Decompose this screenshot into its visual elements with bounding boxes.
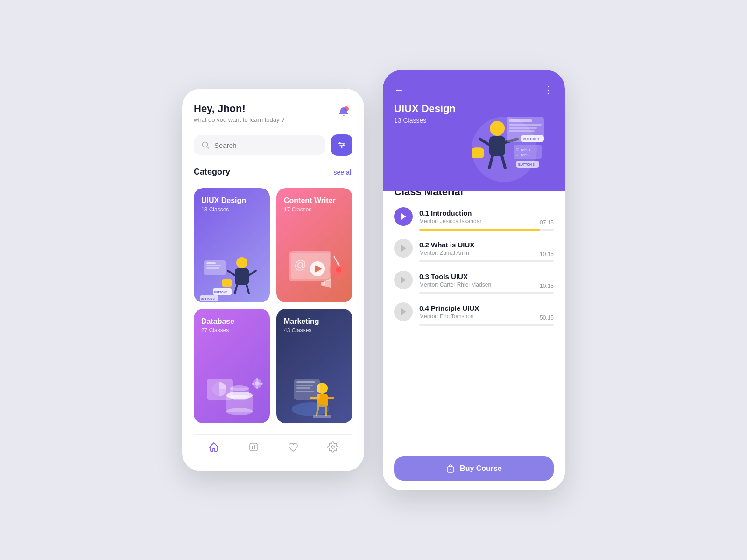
svg-rect-14 (222, 279, 232, 287)
svg-rect-77 (509, 119, 532, 122)
svg-text:☑ Item 2: ☑ Item 2 (516, 153, 531, 157)
svg-point-1 (203, 142, 208, 147)
lesson-mentor-uiux: Mentor: Zainal Arifin (419, 250, 533, 256)
category-title: Category (194, 167, 230, 177)
section-header: Category see all (194, 167, 352, 177)
hero-illustration: ☑ Item 1 ☑ Item 2 BUTTON 1 BUTTON 3 (453, 107, 556, 182)
play-button-tools[interactable] (394, 271, 413, 289)
lesson-item-tools[interactable]: 0.3 Tools UIUX Mentor: Carter Rhiel Mads… (394, 271, 554, 294)
svg-point-6 (343, 144, 345, 146)
svg-line-10 (228, 271, 235, 275)
notification-icon[interactable] (335, 103, 352, 120)
cat-title-content: Content Writer (284, 196, 345, 205)
phone2-nav: ← ⋮ (394, 84, 554, 95)
play-button-principle[interactable] (394, 302, 413, 321)
lesson-info-uiux: 0.2 What is UIUX Mentor: Zainal Arifin (419, 241, 533, 256)
svg-point-66 (331, 446, 334, 448)
lesson-info-tools: 0.3 Tools UIUX Mentor: Carter Rhiel Mads… (419, 273, 533, 288)
svg-rect-48 (252, 383, 254, 385)
svg-rect-78 (509, 124, 542, 126)
svg-rect-46 (256, 378, 258, 381)
category-card-database[interactable]: Database 27 Classes (194, 309, 270, 423)
svg-rect-59 (296, 387, 310, 389)
svg-point-61 (292, 402, 329, 416)
categories-grid: UIUX Design 13 Classes (194, 188, 352, 423)
phone-1: Hey, Jhon! what do you want to learn tod… (182, 89, 364, 471)
lesson-title-tools: 0.3 Tools UIUX (419, 273, 533, 280)
lesson-mentor-principle: Mentor: Eric Tomshon (419, 313, 533, 320)
play-button-intro[interactable] (394, 207, 413, 226)
category-card-marketing[interactable]: Marketing 43 Classes (276, 309, 352, 423)
nav-settings[interactable] (321, 439, 345, 455)
svg-line-11 (249, 271, 256, 275)
play-icon (400, 213, 407, 220)
svg-line-12 (235, 285, 237, 293)
back-button[interactable]: ← (394, 84, 403, 95)
progress-row-tools (394, 292, 554, 294)
svg-text:@: @ (294, 258, 306, 272)
play-icon (400, 245, 407, 252)
lesson-duration-uiux: 10.15 (540, 251, 554, 258)
database-illustration (202, 360, 270, 423)
svg-rect-65 (254, 445, 255, 449)
lesson-duration-tools: 10.15 (540, 283, 554, 289)
svg-rect-58 (296, 385, 313, 386)
svg-rect-63 (250, 443, 257, 451)
search-input[interactable] (214, 141, 318, 149)
nav-home[interactable] (202, 439, 226, 455)
svg-marker-88 (401, 213, 406, 220)
bottom-nav (194, 434, 352, 457)
svg-point-30 (336, 267, 341, 273)
greeting-name: Hey, Jhon! (194, 103, 284, 115)
lesson-item-principle[interactable]: 0.4 Principle UIUX Mentor: Eric Tomshon … (394, 302, 554, 326)
progress-bg-principle (419, 324, 554, 326)
see-all-link[interactable]: see all (334, 168, 352, 176)
filter-icon (337, 140, 346, 150)
cat-sub-database: 27 Classes (201, 327, 262, 334)
uiux-illustration: BUTTON 1 BUTTON 3 (200, 246, 270, 302)
shopping-bag-icon (446, 464, 455, 473)
lesson-item-intro[interactable]: 0.1 Introduction Mentor: Jesicca Iskanda… (394, 207, 554, 231)
svg-text:BUTTON 3: BUTTON 3 (518, 163, 535, 166)
svg-point-41 (230, 395, 249, 400)
lesson-duration-principle: 50.15 (540, 315, 554, 321)
buy-course-button[interactable]: Buy Course (394, 456, 554, 481)
svg-text:BUTTON 3: BUTTON 3 (201, 297, 215, 300)
play-icon (400, 308, 407, 315)
svg-rect-69 (489, 136, 505, 156)
svg-marker-90 (401, 277, 406, 283)
lesson-duration-intro: 07.15 (540, 219, 554, 226)
lesson-title-intro: 0.1 Introduction (419, 209, 533, 217)
more-button[interactable]: ⋮ (543, 84, 554, 95)
svg-marker-89 (401, 245, 406, 252)
heart-icon (288, 441, 299, 453)
filter-button[interactable] (331, 134, 352, 156)
lesson-list: 0.1 Introduction Mentor: Jesicca Iskanda… (394, 207, 554, 448)
lesson-title-principle: 0.4 Principle UIUX (419, 304, 533, 312)
svg-point-45 (255, 381, 260, 386)
play-icon (400, 276, 407, 284)
greeting-sub: what do you want to learn today ? (194, 116, 284, 123)
home-icon (208, 441, 219, 453)
phone-2: ← ⋮ UIUX Design 13 Classes (383, 70, 565, 490)
category-card-uiux[interactable]: UIUX Design 13 Classes (194, 188, 270, 302)
cat-title-marketing: Marketing (284, 317, 345, 326)
play-button-uiux[interactable] (394, 239, 413, 258)
svg-rect-9 (235, 268, 249, 285)
search-box[interactable] (194, 135, 325, 155)
nav-stats[interactable] (241, 439, 266, 455)
category-card-content[interactable]: Content Writer 17 Classes @ (276, 188, 352, 302)
lesson-item-uiux[interactable]: 0.2 What is UIUX Mentor: Zainal Arifin 1… (394, 239, 554, 262)
svg-point-8 (236, 257, 247, 268)
svg-rect-49 (260, 383, 263, 385)
svg-text:☑ Item 1: ☑ Item 1 (516, 148, 531, 152)
buy-course-label: Buy Course (460, 464, 502, 473)
svg-rect-16 (206, 262, 216, 264)
phone2-header: ← ⋮ UIUX Design 13 Classes (383, 70, 565, 191)
marketing-illustration (285, 360, 352, 423)
search-icon (201, 141, 210, 149)
svg-rect-60 (296, 391, 314, 392)
cat-sub-uiux: 13 Classes (201, 206, 262, 213)
class-material-section: Class Material 0.1 Introduction Mentor: … (383, 173, 565, 490)
nav-favorites[interactable] (281, 439, 305, 455)
